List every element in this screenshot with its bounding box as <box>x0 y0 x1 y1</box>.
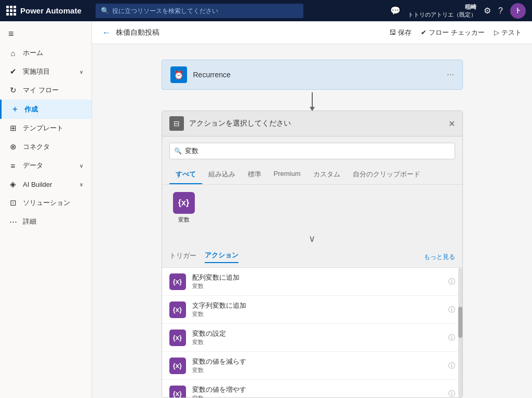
action-text: 変数の設定 変数 <box>192 329 442 346</box>
tab-premium[interactable]: Premium <box>268 166 307 184</box>
avatar[interactable]: ト <box>510 3 526 19</box>
sidebar-item-templates[interactable]: ⊞ テンプレート <box>0 119 91 138</box>
action-list-header: トリガー アクション もっと見る <box>162 246 462 268</box>
sidebar-item-label: テンプレート <box>23 123 63 133</box>
test-icon: ▷ <box>494 29 499 36</box>
action-panel: ⊟ アクションを選択してください ✕ 🔍 変数 すべて 組み込み 標準 Prem… <box>162 111 463 398</box>
global-search[interactable]: 🔍 <box>96 4 303 18</box>
tab-clipboard[interactable]: 自分のクリップボード <box>347 166 427 184</box>
sidebar-toggle[interactable]: ≡ <box>0 24 91 44</box>
panel-title: アクションを選択してください <box>189 119 443 128</box>
flow-checker-button[interactable]: ✔ フロー チェッカー <box>421 28 485 37</box>
expand-button[interactable]: ∨ <box>162 231 462 246</box>
tab-standard[interactable]: 標準 <box>242 166 268 184</box>
test-button[interactable]: ▷ テスト <box>494 28 522 37</box>
sidebar-item-label: ホーム <box>23 48 43 58</box>
search-icon: 🔍 <box>174 147 182 155</box>
close-button[interactable]: ✕ <box>448 119 455 129</box>
more-button[interactable]: もっと見る <box>424 253 455 262</box>
action-item-append-string[interactable]: {x} 文字列変数に追加 変数 ⓘ <box>162 296 462 324</box>
user-info: 稲崎 トトリのアトリエ（既定） <box>408 3 476 18</box>
settings-icon[interactable]: ⚙ <box>484 6 491 16</box>
sidebar-item-label: データ <box>23 161 43 170</box>
sidebar-item-data[interactable]: ≡ データ ∨ <box>0 156 91 175</box>
recurrence-icon: ⏰ <box>170 66 187 83</box>
waffle-icon[interactable] <box>6 6 16 16</box>
sidebar-item-label: AI Builder <box>23 181 52 188</box>
save-label: 保存 <box>398 28 411 37</box>
sidebar-item-home[interactable]: ⌂ ホーム <box>0 44 91 62</box>
tasks-icon: ✔ <box>8 67 18 76</box>
sidebar-item-connectors[interactable]: ⊗ コネクタ <box>0 138 91 156</box>
chevron-down-icon: ∨ <box>79 182 83 187</box>
chevron-down-icon: ∨ <box>79 163 83 169</box>
more-options-icon[interactable]: ⋯ <box>447 71 454 79</box>
info-icon[interactable]: ⓘ <box>448 361 455 370</box>
templates-icon: ⊞ <box>8 123 18 133</box>
save-icon: 🖫 <box>389 29 396 36</box>
tab-builtin[interactable]: 組み込み <box>202 166 242 184</box>
action-search-input[interactable]: 変数 <box>185 147 450 155</box>
action-icon: {x} <box>169 301 186 318</box>
sidebar-item-create[interactable]: ＋ 作成 <box>0 100 91 119</box>
sidebar-item-label: 詳細 <box>23 217 36 226</box>
header-right: 💬 稲崎 トトリのアトリエ（既定） ⚙ ? ト <box>390 3 526 19</box>
brand-name: Power Automate <box>20 6 82 15</box>
sidebar-item-label: ソリューション <box>23 198 70 208</box>
data-icon: ≡ <box>8 161 18 170</box>
list-tab-triggers[interactable]: トリガー <box>169 251 196 263</box>
flow-canvas: ⏰ Recurrence ⋯ ⊟ アクションを選択してください ✕ 🔍 <box>92 44 532 398</box>
test-label: テスト <box>501 28 522 37</box>
chevron-down-icon: ∨ <box>309 233 315 244</box>
tab-custom[interactable]: カスタム <box>307 166 347 184</box>
recurrence-title: Recurrence <box>193 71 441 79</box>
tab-all[interactable]: すべて <box>169 166 202 184</box>
action-panel-header: ⊟ アクションを選択してください ✕ <box>162 111 462 136</box>
aibuilder-icon: ◈ <box>8 180 18 189</box>
action-sub: 変数 <box>192 310 442 318</box>
action-item-set-variable[interactable]: {x} 変数の設定 変数 ⓘ <box>162 324 462 352</box>
panel-header-icon: ⊟ <box>169 116 184 131</box>
sidebar-item-aibuilder[interactable]: ◈ AI Builder ∨ <box>0 175 91 194</box>
sidebar-item-tasks[interactable]: ✔ 実施項目 ∨ <box>0 62 91 81</box>
search-icon: 🔍 <box>101 7 109 15</box>
help-icon[interactable]: ? <box>498 6 503 16</box>
sidebar-item-myflows[interactable]: ↻ マイ フロー <box>0 81 91 100</box>
chat-icon[interactable]: 💬 <box>390 6 401 16</box>
back-button[interactable]: ← <box>102 28 111 37</box>
scrollbar-thumb[interactable] <box>458 307 462 338</box>
main-content: ← 株価自動投稿 🖫 保存 ✔ フロー チェッカー ▷ テスト <box>92 21 532 398</box>
variables-icon-label: 変数 <box>178 216 190 224</box>
action-list: {x} 配列変数に追加 変数 ⓘ {x} 文字列変数に追加 変数 <box>162 268 462 397</box>
recurrence-step[interactable]: ⏰ Recurrence ⋯ <box>162 60 463 90</box>
scrollbar-track[interactable] <box>458 268 462 397</box>
flow-connector <box>123 90 501 111</box>
flow-arrow <box>312 92 313 108</box>
search-input[interactable] <box>112 7 298 15</box>
home-icon: ⌂ <box>8 49 18 58</box>
action-item-increment[interactable]: {x} 変数の値を増やす 変数 ⓘ <box>162 380 462 397</box>
sidebar-item-solutions[interactable]: ⊡ ソリューション <box>0 194 91 212</box>
variables-icon-box: {x} <box>173 192 195 214</box>
action-text: 変数の値を増やす 変数 <box>192 385 442 397</box>
info-icon[interactable]: ⓘ <box>448 333 455 342</box>
sidebar-item-label: コネクタ <box>23 142 50 152</box>
user-org: トトリのアトリエ（既定） <box>408 11 476 18</box>
action-sub: 変数 <box>192 394 442 397</box>
action-tabs: すべて 組み込み 標準 Premium カスタム 自分のクリップボード <box>162 166 462 185</box>
variables-icon-item[interactable]: {x} 変数 <box>169 192 198 224</box>
action-item-append-array[interactable]: {x} 配列変数に追加 変数 ⓘ <box>162 268 462 296</box>
info-icon[interactable]: ⓘ <box>448 389 455 398</box>
action-search-container: 🔍 変数 <box>169 143 455 159</box>
action-item-decrement[interactable]: {x} 変数の値を減らす 変数 ⓘ <box>162 352 462 380</box>
info-icon[interactable]: ⓘ <box>448 277 455 286</box>
sidebar-item-more[interactable]: ⋯ 詳細 <box>0 212 91 231</box>
action-icon: {x} <box>169 273 186 290</box>
top-header: Power Automate 🔍 💬 稲崎 トトリのアトリエ（既定） ⚙ ? ト <box>0 0 532 21</box>
list-tab-actions[interactable]: アクション <box>205 251 238 263</box>
action-list-wrapper: {x} 配列変数に追加 変数 ⓘ {x} 文字列変数に追加 変数 <box>162 268 462 397</box>
action-text: 変数の値を減らす 変数 <box>192 357 442 374</box>
save-button[interactable]: 🖫 保存 <box>389 28 411 37</box>
action-icons-grid: {x} 変数 <box>162 185 462 231</box>
info-icon[interactable]: ⓘ <box>448 305 455 314</box>
